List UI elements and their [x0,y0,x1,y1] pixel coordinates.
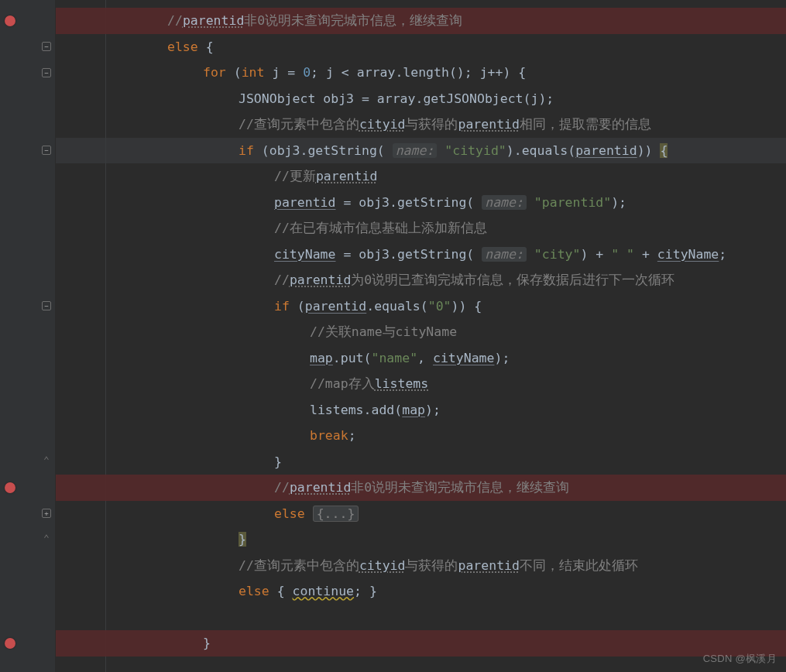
gutter-row[interactable] [0,215,56,242]
code-line[interactable]: listems.add(map); [56,397,786,423]
gutter-row[interactable]: − [0,60,56,86]
gutter-row[interactable] [0,553,56,579]
gutter-row[interactable] [0,578,56,605]
code-line[interactable]: if (obj3.getString( name: "cityid").equa… [56,138,786,164]
token-p [305,506,313,521]
token-ul: parentid [274,195,335,210]
token-p: ) + [580,247,611,262]
fold-icon[interactable]: − [42,146,51,155]
token-p: ( [226,65,242,80]
gutter-row[interactable] [0,475,56,501]
breakpoint-icon[interactable] [5,482,15,493]
gutter-row[interactable] [0,605,56,631]
token-p: = obj3.getString( [335,247,482,262]
gutter-row[interactable]: ⌃ [0,449,56,475]
token-str: "0" [428,299,451,314]
code-line[interactable]: parentid = obj3.getString( name: "parent… [56,190,786,216]
code-line[interactable]: } [56,526,786,553]
gutter-row[interactable]: − [0,138,56,164]
fold-icon[interactable]: − [42,42,51,51]
token-p: j = [265,65,304,80]
gutter-row[interactable] [0,630,56,657]
gutter-row[interactable] [0,8,56,34]
gutter-row[interactable] [0,423,56,449]
token-str: "city" [534,247,581,262]
code-line[interactable]: for (int j = 0; j < array.length(); j++)… [56,60,786,86]
token-cm: //map存入 [310,376,375,391]
gutter-row[interactable] [0,371,56,397]
code-editor: −−−−⌃+⌃ //parentid非0说明未查询完城市信息，继续查询else … [0,0,786,672]
gutter-row[interactable] [0,397,56,423]
token-ul: cityName [657,247,719,262]
token-p: + [634,247,657,262]
breakpoint-icon[interactable] [5,638,15,649]
gutter-row[interactable] [0,242,56,268]
code-line[interactable]: else { continue; } [56,578,786,605]
token-cm: //查询元素中包含的 [239,117,359,132]
token-cmul: listems [375,376,429,391]
token-hint: name: [393,143,438,158]
token-cmul: parentid [458,117,519,132]
code-line[interactable]: } [56,630,786,657]
gutter-row[interactable] [0,163,56,190]
code-line[interactable]: map.put("name", cityName); [56,345,786,372]
gutter-row[interactable]: + [0,501,56,527]
token-str: "cityid" [444,143,506,158]
gutter-row[interactable]: − [0,293,56,320]
token-p: ); [425,403,441,417]
token-p: (obj3.getString( [254,143,393,158]
code-line[interactable]: //parentid非0说明未查询完城市信息，继续查询 [56,8,786,34]
code-line[interactable]: //map存入listems [56,371,786,397]
code-line[interactable]: //parentid为0说明已查询完城市信息，保存数据后进行下一次循环 [56,267,786,293]
token-p: listems.add( [310,403,402,417]
code-line[interactable]: //在已有城市信息基础上添加新信息 [56,215,786,242]
gutter-row[interactable] [0,319,56,345]
gutter-row[interactable]: ⌃ [0,526,56,553]
token-ul: cityName [433,351,494,365]
token-ul: parentid [575,143,637,158]
token-kw: else [167,39,198,54]
token-cmul: parentid [458,558,519,573]
fold-icon[interactable]: − [42,68,51,77]
fold-icon[interactable]: + [42,509,51,518]
token-p: ).equals( [506,143,575,158]
code-line[interactable]: else { [56,34,786,60]
token-ul: map [310,351,333,365]
breakpoint-icon[interactable] [5,15,15,26]
code-line[interactable]: break; [56,423,786,449]
code-line[interactable]: //查询元素中包含的cityid与获得的parentid不同，结束此处循环 [56,553,786,579]
gutter-row[interactable] [0,267,56,293]
token-p [527,247,534,262]
gutter-row[interactable] [0,190,56,216]
code-line[interactable]: //关联name与cityName [56,319,786,345]
fold-icon[interactable]: ⌃ [42,535,51,544]
code-line[interactable]: //查询元素中包含的cityid与获得的parentid相同，提取需要的信息 [56,111,786,138]
token-str: "parentid" [534,195,611,210]
code-line[interactable]: if (parentid.equals("0")) { [56,293,786,320]
code-line[interactable]: //parentid非0说明未查询完城市信息，继续查询 [56,475,786,501]
token-p: ; } [354,584,377,598]
gutter-row[interactable] [0,345,56,372]
gutter-row[interactable] [0,86,56,112]
token-p: { [269,584,293,598]
fold-icon[interactable]: ⌃ [42,457,51,466]
editor-code-area[interactable]: //parentid非0说明未查询完城市信息，继续查询else {for (in… [56,0,786,672]
token-cmul: parentid [290,273,351,287]
token-p: )) [637,143,661,158]
code-line[interactable]: else {...} [56,501,786,527]
code-line[interactable]: } [56,449,786,475]
code-line[interactable]: //更新parentid [56,163,786,190]
code-line[interactable]: JSONObject obj3 = array.getJSONObject(j)… [56,86,786,112]
gutter-row[interactable] [0,111,56,138]
token-p: { [198,39,214,54]
token-p: ( [290,299,305,314]
gutter-row[interactable]: − [0,34,56,60]
token-kw: int [242,65,265,80]
token-str: "name" [371,351,417,365]
token-cm: 非0说明未查询完城市信息，继续查询 [351,480,569,495]
token-kw: if [239,143,254,158]
code-line[interactable] [56,605,786,631]
fold-icon[interactable]: − [42,301,51,310]
code-line[interactable]: cityName = obj3.getString( name: "city")… [56,242,786,268]
token-foldinline: {...} [313,506,359,522]
